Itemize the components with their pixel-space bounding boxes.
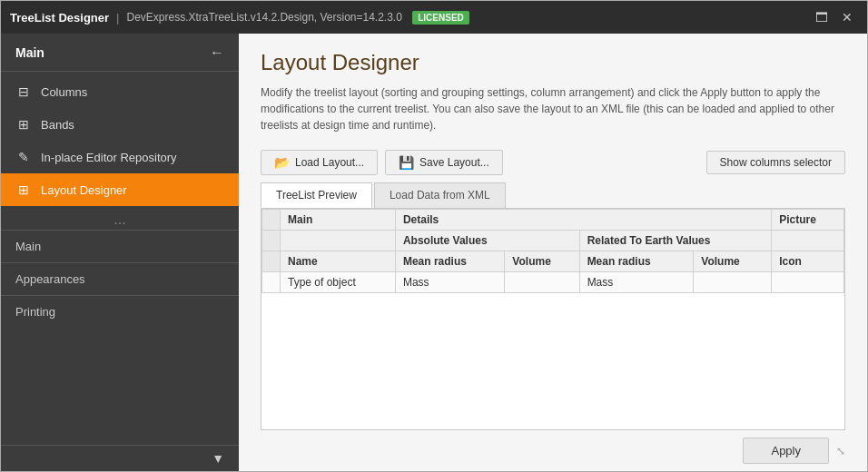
th-picture: Picture	[772, 210, 844, 231]
th-mean-radius-2: Mean radius	[579, 251, 694, 272]
load-layout-button[interactable]: 📂 Load Layout...	[261, 150, 378, 175]
layout-designer-icon: ⊞	[15, 182, 32, 197]
row-mass-1: Mass	[395, 272, 504, 293]
panel-description: Modify the treelist layout (sorting and …	[261, 84, 842, 133]
row-icon	[772, 272, 844, 293]
sidebar-section-main[interactable]: Main	[1, 230, 239, 262]
row-mass-2: Mass	[579, 272, 694, 293]
th-empty-2	[262, 231, 281, 251]
load-layout-label: Load Layout...	[295, 156, 364, 169]
row-type-of-object: Type of object	[281, 272, 396, 293]
tabs: TreeList Preview Load Data from XML	[261, 182, 845, 208]
app-title: TreeList Designer	[10, 11, 109, 25]
row-empty	[262, 272, 281, 293]
show-columns-selector-button[interactable]: Show columns selector	[706, 151, 845, 174]
tab-treelist-preview[interactable]: TreeList Preview	[261, 182, 372, 208]
table-header-row-2: Absolute Values Related To Earth Values	[262, 231, 844, 251]
editor-repo-icon: ✎	[15, 150, 32, 164]
columns-icon: ⊟	[15, 84, 32, 99]
sidebar-item-columns-label: Columns	[41, 85, 87, 99]
th-main-2	[281, 231, 396, 251]
show-columns-label: Show columns selector	[720, 156, 832, 169]
table-header-row-1: Main Details Picture	[262, 210, 844, 231]
sidebar-section-appearances[interactable]: Appearances	[1, 262, 239, 295]
sidebar-section-printing[interactable]: Printing	[1, 295, 239, 328]
right-panel: Layout Designer Modify the treelist layo…	[239, 34, 867, 471]
sidebar-item-columns[interactable]: ⊟ Columns	[1, 75, 239, 108]
main-content: Main ← ⊟ Columns ⊞ Bands ✎ In-place Edit…	[1, 34, 867, 471]
sidebar-item-editor-repo[interactable]: ✎ In-place Editor Repository	[1, 141, 239, 173]
sidebar-arrow-down-button[interactable]: ▼	[212, 451, 224, 466]
th-empty-1	[262, 210, 281, 231]
th-volume-2: Volume	[694, 251, 772, 272]
panel-header: Layout Designer Modify the treelist layo…	[239, 34, 867, 143]
tab-load-data[interactable]: Load Data from XML	[374, 182, 506, 208]
table-row: Type of object Mass Mass	[262, 272, 844, 293]
bands-icon: ⊞	[15, 117, 32, 132]
save-layout-label: Save Layout...	[419, 156, 489, 169]
row-vol-1	[505, 272, 579, 293]
title-separator: |	[116, 11, 119, 25]
sidebar-item-layout-designer-label: Layout Designer	[41, 183, 127, 197]
sidebar-item-bands-label: Bands	[41, 118, 74, 132]
panel-title: Layout Designer	[261, 50, 845, 75]
load-icon: 📂	[274, 155, 290, 170]
licensed-badge: LICENSED	[412, 11, 469, 25]
window-controls: 🗖 ✕	[811, 6, 858, 28]
layout-table: Main Details Picture Absolute Values Rel…	[261, 209, 844, 293]
th-main: Main	[281, 210, 396, 231]
table-header-row-3: Name Mean radius Volume Mean radius Volu…	[262, 251, 844, 272]
sidebar-dots: ...	[1, 210, 239, 230]
panel-footer: Apply ⤡	[239, 430, 867, 471]
sidebar-back-button[interactable]: ←	[210, 44, 224, 61]
th-details: Details	[395, 210, 771, 231]
main-window: TreeList Designer | DevExpress.XtraTreeL…	[0, 0, 868, 472]
table-container: Main Details Picture Absolute Values Rel…	[261, 208, 845, 430]
version-info: DevExpress.XtraTreeList.v14.2.Design, Ve…	[127, 11, 812, 24]
th-name: Name	[281, 251, 396, 272]
sidebar-nav: ⊟ Columns ⊞ Bands ✎ In-place Editor Repo…	[1, 72, 239, 210]
close-button[interactable]: ✕	[836, 6, 858, 28]
row-vol-2	[694, 272, 772, 293]
th-absolute-values: Absolute Values	[395, 231, 579, 251]
sidebar-item-editor-repo-label: In-place Editor Repository	[41, 151, 177, 164]
sidebar: Main ← ⊟ Columns ⊞ Bands ✎ In-place Edit…	[1, 34, 239, 471]
apply-button[interactable]: Apply	[743, 438, 829, 464]
th-picture-2	[772, 231, 844, 251]
title-bar: TreeList Designer | DevExpress.XtraTreeL…	[1, 1, 867, 34]
th-empty-3	[262, 251, 281, 272]
panel-toolbar: 📂 Load Layout... 💾 Save Layout... Show c…	[239, 143, 867, 182]
sidebar-bottom: ▼	[1, 445, 239, 471]
minimize-button[interactable]: 🗖	[811, 6, 833, 28]
save-layout-button[interactable]: 💾 Save Layout...	[385, 150, 503, 175]
th-volume-1: Volume	[505, 251, 579, 272]
sidebar-header: Main ←	[1, 34, 239, 72]
th-mean-radius-1: Mean radius	[395, 251, 504, 272]
resize-icon: ⤡	[836, 445, 845, 457]
sidebar-item-layout-designer[interactable]: ⊞ Layout Designer	[1, 173, 239, 206]
sidebar-item-bands[interactable]: ⊞ Bands	[1, 108, 239, 141]
save-icon: 💾	[399, 155, 414, 170]
th-related-earth: Related To Earth Values	[579, 231, 772, 251]
sidebar-header-label: Main	[15, 45, 44, 60]
th-icon: Icon	[772, 251, 844, 272]
